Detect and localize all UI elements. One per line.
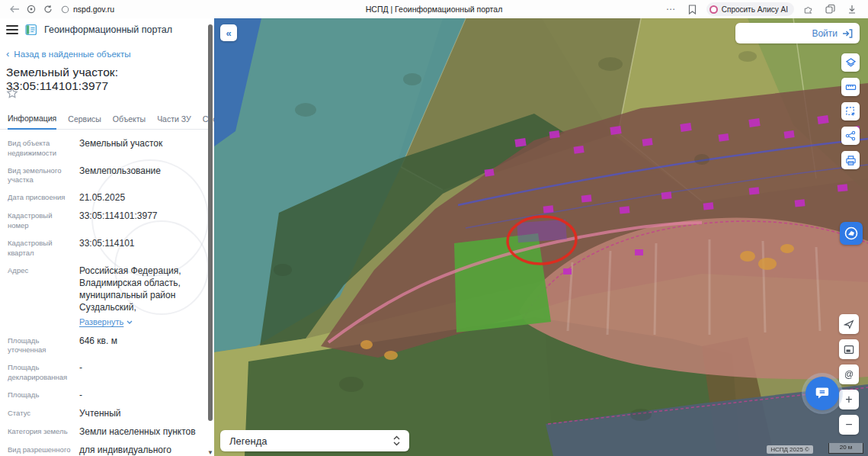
back-link-label: Назад в найденные объекты — [14, 50, 130, 59]
field-row: Дата присвоения21.05.2025 — [8, 191, 203, 204]
select-area-button[interactable] — [841, 102, 860, 120]
tab-parcel-parts[interactable]: Части ЗУ — [157, 114, 191, 129]
address-value: Российская Федерация, Владимирская облас… — [79, 265, 181, 313]
zoom-out-button[interactable]: − — [839, 415, 859, 435]
field-row: Площадь- — [8, 389, 203, 401]
chat-assistant-button[interactable] — [806, 377, 839, 410]
login-label: Войти — [812, 28, 838, 39]
ruler-icon — [845, 82, 857, 93]
bookmark-icon[interactable] — [684, 2, 701, 16]
panel-tabs: Информация Сервисы Объекты Части ЗУ Сост… — [0, 110, 214, 130]
green-parcel — [454, 233, 551, 332]
tab-information[interactable]: Информация — [8, 114, 56, 130]
tabs-panel-icon[interactable] — [822, 2, 838, 16]
chat-bubble-icon — [814, 386, 831, 401]
printer-icon — [845, 155, 857, 166]
print-button[interactable] — [841, 151, 860, 169]
object-info-panel: Геоинформационный портал ‹ Назад в найде… — [0, 18, 214, 456]
field-row: Вид разрешенного использованиядля индиви… — [8, 444, 203, 456]
browser-back-icon[interactable] — [6, 2, 23, 16]
alice-label: Спросить Алису AI — [722, 5, 788, 14]
tab-services[interactable]: Сервисы — [68, 114, 101, 129]
portal-title: Геоинформационный портал — [44, 24, 172, 35]
back-to-results-link[interactable]: ‹ Назад в найденные объекты — [6, 49, 131, 59]
menu-icon[interactable] — [6, 25, 18, 34]
at-icon: @ — [844, 369, 854, 380]
field-row: Категория земельЗемли населенных пунктов — [8, 425, 203, 438]
chevron-down-icon — [127, 320, 133, 324]
panel-scrollbar[interactable]: ▼ — [208, 20, 213, 456]
screen: nspd.gov.ru НСПД | Геоинформационный пор… — [0, 0, 868, 456]
field-row: Площадь уточненная646 кв. м — [8, 335, 203, 356]
layers-button[interactable] — [841, 53, 860, 72]
tab-objects[interactable]: Объекты — [113, 114, 146, 129]
field-row: Кадастровый квартал33:05:114101 — [8, 237, 203, 259]
map-view[interactable]: « Войти — [214, 18, 868, 456]
share-button[interactable] — [841, 127, 860, 145]
field-row: СтатусУчтенный — [8, 407, 203, 419]
site-badge-icon — [61, 5, 69, 14]
mini-map-icon — [844, 345, 854, 355]
favorite-star-icon[interactable] — [6, 87, 18, 102]
collapse-panel-button[interactable]: « — [220, 24, 237, 41]
map-attribution: НСПД 2025 © — [767, 445, 813, 454]
login-button[interactable]: Войти — [735, 23, 860, 43]
map-image[interactable] — [214, 18, 868, 456]
more-options-icon[interactable]: ⋯ — [662, 2, 679, 16]
select-area-icon — [845, 106, 857, 117]
scale-bar: 20 м — [828, 443, 863, 454]
address-bar[interactable]: nspd.gov.ru — [61, 5, 114, 14]
attribute-list: Вид объекта недвижимостиЗемельный участо… — [8, 137, 203, 456]
navigate-icon — [844, 319, 854, 329]
overview-map-button[interactable] — [839, 339, 859, 359]
page-title: Земельный участок: 33:05:114101:3977 — [6, 66, 214, 93]
downloads-icon[interactable] — [844, 2, 860, 16]
back-chevron-icon: ‹ — [6, 49, 9, 59]
browser-protect-icon[interactable] — [23, 2, 40, 16]
field-row: Вид земельного участкаЗемлепользование — [8, 165, 203, 186]
field-row: Вид объекта недвижимостиЗемельный участо… — [8, 137, 203, 159]
map-toolbar-bottom: @ + − — [839, 314, 859, 435]
field-row: Кадастровый номер33:05:114101:3977 — [8, 210, 203, 231]
login-icon — [842, 29, 853, 38]
layers-icon — [845, 57, 857, 69]
address-expand-link[interactable]: Развернуть — [79, 316, 133, 328]
my-location-button[interactable] — [839, 314, 859, 334]
portal-logo — [25, 24, 37, 36]
zoom-in-button[interactable]: + — [839, 390, 859, 409]
browser-toolbar: nspd.gov.ru НСПД | Геоинформационный пор… — [0, 0, 868, 19]
legend-toggle[interactable]: Легенда — [220, 430, 409, 451]
share-icon — [845, 130, 856, 141]
legend-label: Легенда — [229, 435, 267, 447]
alice-icon — [709, 5, 718, 14]
selected-parcel — [517, 220, 567, 242]
url-text: nspd.gov.ru — [73, 5, 114, 14]
map-toolbar-top — [841, 53, 860, 169]
measure-button[interactable] — [841, 78, 860, 96]
expand-collapse-icon — [393, 435, 400, 446]
ask-alice-button[interactable]: Спросить Алису AI — [706, 2, 794, 16]
active-tool-button[interactable] — [840, 222, 863, 245]
scrollbar-thumb[interactable] — [208, 24, 213, 421]
extensions-icon[interactable] — [799, 2, 816, 16]
field-row: Площадь декларированная- — [8, 361, 203, 383]
field-row-address: Адрес Российская Федерация, Владимирская… — [8, 265, 203, 329]
browser-refresh-icon[interactable] — [40, 2, 56, 16]
scrollbar-down-arrow[interactable]: ▼ — [207, 449, 213, 456]
map-assistant-icon — [844, 226, 859, 241]
coordinates-search-button[interactable]: @ — [839, 364, 859, 384]
